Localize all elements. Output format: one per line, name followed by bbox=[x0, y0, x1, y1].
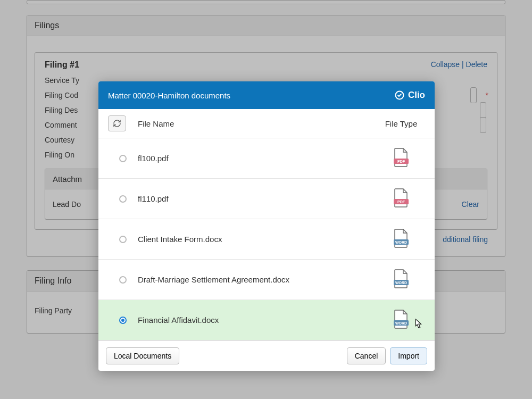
modal-header: Matter 00020-Hamilton documents Clio bbox=[98, 81, 435, 109]
file-name: fl110.pdf bbox=[138, 194, 377, 203]
file-radio[interactable] bbox=[119, 155, 127, 162]
radio-cell bbox=[108, 155, 138, 162]
file-row[interactable]: Draft-Marriage Settlement Agreement.docx… bbox=[98, 260, 435, 300]
file-radio[interactable] bbox=[119, 317, 127, 324]
word-file-icon: WORD bbox=[393, 269, 409, 290]
svg-text:WORD: WORD bbox=[395, 321, 407, 325]
file-type-icon-cell: WORD bbox=[377, 269, 425, 290]
file-name: Financial Affidavit.docx bbox=[138, 315, 377, 325]
file-type-icon-cell: PDF bbox=[377, 188, 425, 209]
file-name: Client Intake Form.docx bbox=[138, 235, 377, 244]
modal-title: Matter 00020-Hamilton documents bbox=[108, 91, 230, 100]
radio-cell bbox=[108, 276, 138, 284]
svg-text:WORD: WORD bbox=[395, 240, 407, 244]
refresh-button[interactable] bbox=[108, 115, 126, 131]
svg-text:WORD: WORD bbox=[395, 281, 407, 285]
svg-text:PDF: PDF bbox=[397, 200, 405, 204]
column-header-filename: File Name bbox=[138, 119, 377, 128]
file-row[interactable]: fl100.pdf PDF bbox=[98, 138, 435, 179]
clio-logo-icon bbox=[394, 90, 405, 101]
file-row[interactable]: Financial Affidavit.docx WORD bbox=[98, 300, 435, 340]
refresh-icon bbox=[113, 119, 121, 128]
radio-cell bbox=[108, 236, 138, 243]
file-radio[interactable] bbox=[119, 276, 127, 284]
file-name: Draft-Marriage Settlement Agreement.docx bbox=[138, 275, 377, 284]
file-radio[interactable] bbox=[119, 195, 127, 203]
modal-footer: Local Documents Cancel Import bbox=[98, 340, 435, 371]
pdf-file-icon: PDF bbox=[393, 148, 409, 169]
clio-brand: Clio bbox=[394, 90, 425, 101]
file-name: fl100.pdf bbox=[138, 154, 377, 163]
import-button[interactable]: Import bbox=[390, 347, 427, 364]
cancel-button[interactable]: Cancel bbox=[347, 347, 386, 364]
column-header-filetype: File Type bbox=[377, 119, 425, 128]
table-header-row: File Name File Type bbox=[98, 109, 435, 138]
file-radio[interactable] bbox=[119, 236, 127, 243]
document-picker-modal: Matter 00020-Hamilton documents Clio Fil… bbox=[98, 81, 435, 371]
file-type-icon-cell: WORD bbox=[377, 229, 425, 250]
file-row[interactable]: Client Intake Form.docx WORD bbox=[98, 219, 435, 260]
file-row[interactable]: fl110.pdf PDF bbox=[98, 179, 435, 219]
svg-text:PDF: PDF bbox=[397, 160, 405, 163]
file-type-icon-cell: PDF bbox=[377, 148, 425, 169]
pdf-file-icon: PDF bbox=[393, 188, 409, 209]
file-type-icon-cell: WORD bbox=[377, 310, 425, 330]
radio-cell bbox=[108, 195, 138, 203]
local-documents-button[interactable]: Local Documents bbox=[106, 347, 179, 364]
word-file-icon: WORD bbox=[393, 310, 409, 330]
word-file-icon: WORD bbox=[393, 229, 409, 250]
radio-cell bbox=[108, 317, 138, 324]
